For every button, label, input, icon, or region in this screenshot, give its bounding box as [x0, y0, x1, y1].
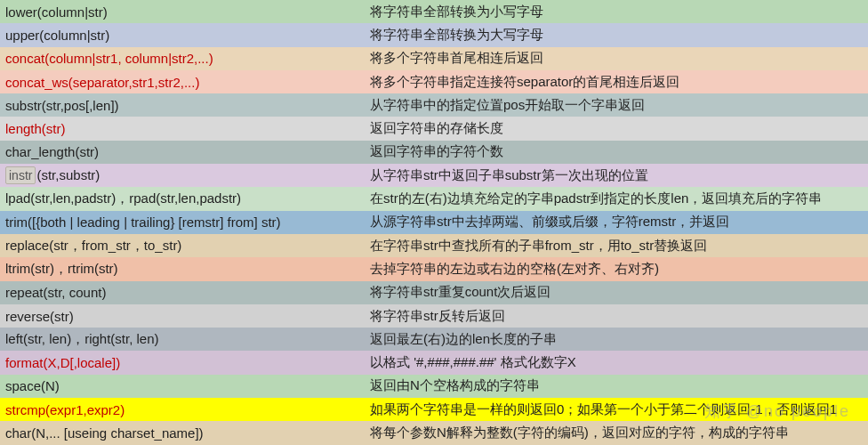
table-row: replace(str，from_str，to_str)在字符串str中查找所有…	[0, 234, 868, 257]
table-row: char(N,... [useing charset_name])将每个参数N解…	[0, 421, 868, 444]
table-row: concat(column|str1, column|str2,...)将多个字…	[0, 47, 868, 70]
function-signature: left(str, len)，right(str, len)	[0, 331, 370, 348]
table-row: format(X,D[,locale])以格式 '#,###,###.##' 格…	[0, 351, 868, 374]
function-signature: space(N)	[0, 378, 370, 393]
function-signature: length(str)	[0, 121, 370, 136]
table-row: ltrim(str)，rtrim(str)去掉字符串的左边或右边的空格(左对齐、…	[0, 257, 868, 280]
function-signature: lpad(str,len,padstr)，rpad(str,len,padstr…	[0, 190, 370, 207]
function-table: lower(column|str)将字符串全部转换为小写字母upper(colu…	[0, 0, 868, 445]
function-signature: upper(column|str)	[0, 28, 370, 43]
function-signature: reverse(str)	[0, 309, 370, 324]
function-signature: lower(column|str)	[0, 4, 370, 20]
function-description: 将字符串全部转换为大写字母	[370, 27, 868, 44]
function-description: 返回字符串的存储长度	[370, 120, 868, 137]
function-description: 返回由N个空格构成的字符串	[370, 377, 868, 394]
function-signature: replace(str，from_str，to_str)	[0, 238, 370, 255]
function-description: 将多个字符串首尾相连后返回	[370, 50, 868, 67]
table-row: instr(str,substr)从字符串str中返回子串substr第一次出现…	[0, 164, 868, 187]
function-signature: instr(str,substr)	[0, 166, 370, 184]
function-signature: substr(str,pos[,len])	[0, 98, 370, 113]
table-row: lower(column|str)将字符串全部转换为小写字母	[0, 0, 868, 23]
function-description: 去掉字符串的左边或右边的空格(左对齐、右对齐)	[370, 261, 868, 278]
function-description: 在str的左(右)边填充给定的字串padstr到指定的长度len，返回填充后的字…	[370, 190, 868, 207]
table-row: upper(column|str)将字符串全部转换为大写字母	[0, 23, 868, 46]
function-description: 从源字符串str中去掉两端、前缀或后缀，字符remstr，并返回	[370, 214, 868, 231]
table-row: trim([{both | leading | trailing} [remst…	[0, 211, 868, 234]
function-description: 在字符串str中查找所有的子串from_str，用to_str替换返回	[370, 238, 868, 255]
function-description: 返回字符串的字符个数	[370, 143, 868, 160]
table-row: left(str, len)，right(str, len)返回最左(右)边的l…	[0, 328, 868, 351]
function-description: 将字符串全部转换为小写字母	[370, 4, 868, 20]
table-row: strcmp(expr1,expr2)如果两个字符串是一样的则返回0；如果第一个…	[0, 398, 868, 421]
function-signature: concat(column|str1, column|str2,...)	[0, 51, 370, 66]
table-row: char_length(str)返回字符串的字符个数	[0, 141, 868, 164]
table-row: concat_ws(separator,str1,str2,...)将多个字符串…	[0, 70, 868, 93]
function-signature: ltrim(str)，rtrim(str)	[0, 261, 370, 278]
function-signature: format(X,D[,locale])	[0, 355, 370, 370]
function-description: 从字符串str中返回子串substr第一次出现的位置	[370, 167, 868, 184]
function-description: 如果两个字符串是一样的则返回0；如果第一个小于第二个则返回-1，否则返回1	[370, 401, 868, 418]
function-signature: char_length(str)	[0, 144, 370, 159]
table-row: substr(str,pos[,len])从字符串中的指定位置pos开始取一个字…	[0, 93, 868, 117]
function-description: 将字符串str重复count次后返回	[370, 284, 868, 301]
table-row: length(str)返回字符串的存储长度	[0, 117, 868, 140]
table-row: repeat(str, count)将字符串str重复count次后返回	[0, 281, 868, 304]
instr-box: instr	[5, 166, 36, 184]
table-row: lpad(str,len,padstr)，rpad(str,len,padstr…	[0, 187, 868, 210]
function-signature: concat_ws(separator,str1,str2,...)	[0, 75, 370, 90]
function-description: 将多个字符串指定连接符separator的首尾相连后返回	[370, 74, 868, 91]
function-description: 从字符串中的指定位置pos开始取一个字串返回	[370, 97, 868, 114]
function-signature: strcmp(expr1,expr2)	[0, 402, 370, 417]
function-description: 将每个参数N解释为整数(字符的编码)，返回对应的字符，构成的字符串	[370, 425, 868, 441]
function-description: 将字符串str反转后返回	[370, 308, 868, 325]
table-row: reverse(str)将字符串str反转后返回	[0, 304, 868, 328]
function-signature: char(N,... [useing charset_name])	[0, 425, 370, 441]
function-description: 以格式 '#,###,###.##' 格式化数字X	[370, 354, 868, 371]
function-signature: trim([{both | leading | trailing} [remst…	[0, 214, 370, 230]
function-description: 返回最左(右)边的len长度的子串	[370, 331, 868, 348]
table-row: space(N)返回由N个空格构成的字符串	[0, 375, 868, 398]
function-signature: repeat(str, count)	[0, 285, 370, 300]
